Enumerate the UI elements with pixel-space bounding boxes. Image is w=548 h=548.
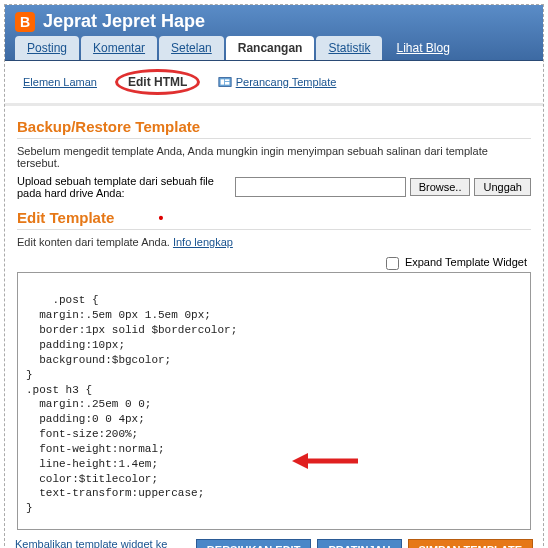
upload-button[interactable]: Unggah: [474, 178, 531, 196]
save-template-button[interactable]: SIMPAN TEMPLATE: [408, 539, 533, 548]
expand-widget-label: Expand Template Widget: [405, 256, 527, 268]
svg-rect-2: [225, 80, 229, 82]
blogger-logo-icon: B: [15, 12, 35, 32]
footer-actions: Kembalikan template widget ke default BE…: [5, 530, 543, 548]
subtab-perancang-label: Perancang Template: [236, 76, 337, 88]
main-tabs: Posting Komentar Setelan Rancangan Stati…: [15, 36, 533, 60]
template-code-editor[interactable]: .post { margin:.5em 0px 1.5em 0px; borde…: [17, 272, 531, 530]
content-area: Backup/Restore Template Sebelum mengedit…: [5, 106, 543, 530]
reset-template-link[interactable]: Kembalikan template widget ke default: [15, 538, 190, 548]
tab-statistik[interactable]: Statistik: [316, 36, 382, 60]
info-lengkap-link[interactable]: Info lengkap: [173, 236, 233, 248]
edit-desc: Edit konten dari template Anda. Info len…: [17, 236, 531, 248]
svg-rect-1: [221, 80, 225, 85]
tab-setelan[interactable]: Setelan: [159, 36, 224, 60]
clear-edit-button[interactable]: BERSIHKAN EDIT: [196, 539, 312, 548]
edit-heading: Edit Template •: [17, 209, 531, 230]
edit-heading-text: Edit Template: [17, 209, 114, 226]
backup-desc: Sebelum mengedit template Anda, Anda mun…: [17, 145, 531, 169]
svg-rect-3: [225, 82, 229, 85]
subtab-perancang-template[interactable]: Perancang Template: [218, 75, 336, 90]
site-title: Jeprat Jepret Hape: [43, 11, 205, 32]
tab-rancangan[interactable]: Rancangan: [226, 36, 315, 60]
upload-label: Upload sebuah template dari sebuah file …: [17, 175, 231, 199]
backup-heading: Backup/Restore Template: [17, 118, 531, 139]
expand-widget-checkbox[interactable]: [386, 257, 399, 270]
svg-marker-5: [292, 453, 308, 469]
template-designer-icon: [218, 75, 232, 89]
tab-komentar[interactable]: Komentar: [81, 36, 157, 60]
sub-tabs: Elemen Laman Edit HTML Perancang Templat…: [5, 61, 543, 106]
code-text: .post { margin:.5em 0px 1.5em 0px; borde…: [26, 294, 349, 529]
tab-lihat-blog[interactable]: Lihat Blog: [384, 36, 461, 60]
browse-button[interactable]: Browse..: [410, 178, 471, 196]
upload-file-input[interactable]: [235, 177, 406, 197]
red-arrow-annotation: [250, 435, 360, 494]
edit-desc-text: Edit konten dari template Anda.: [17, 236, 173, 248]
subtab-elemen-laman[interactable]: Elemen Laman: [23, 76, 97, 88]
tab-posting[interactable]: Posting: [15, 36, 79, 60]
subtab-edit-html[interactable]: Edit HTML: [115, 69, 200, 95]
red-dot-marker: •: [158, 210, 163, 226]
header: B Jeprat Jepret Hape Posting Komentar Se…: [5, 5, 543, 61]
preview-button[interactable]: PRATINJAU: [317, 539, 401, 548]
